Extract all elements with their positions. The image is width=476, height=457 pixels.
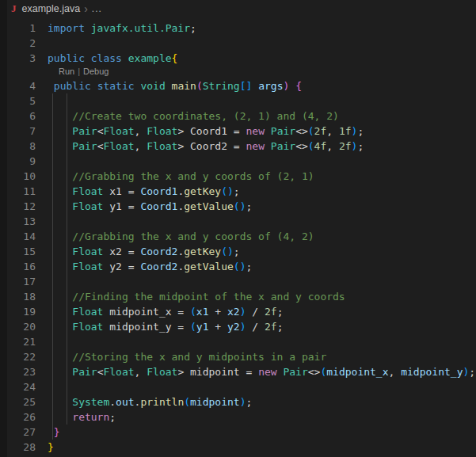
code-token: //Storing the x and y midpoints in a pai… xyxy=(72,351,326,363)
code-line-content: //Create two coordinates, (2, 1) and (4,… xyxy=(36,109,339,124)
code-token: / xyxy=(246,321,264,333)
code-token: midpoint xyxy=(190,396,240,408)
code-line[interactable]: 22 //Storing the x and y midpoints in a … xyxy=(0,349,476,364)
code-line-content: } xyxy=(36,440,54,455)
code-line-content xyxy=(36,274,48,289)
code-line[interactable]: 18 //Finding the midpoint of the x and y… xyxy=(0,289,476,304)
code-token xyxy=(265,140,271,152)
code-token: Pair xyxy=(283,366,307,378)
code-token: 2f xyxy=(314,125,327,137)
code-token: 1f xyxy=(339,125,352,137)
code-token: println xyxy=(140,396,184,408)
code-line[interactable]: 8 Pair<Float, Float> Coord2 = new Pair<>… xyxy=(0,139,476,154)
code-token: Float xyxy=(103,366,134,378)
code-token: ) xyxy=(227,185,234,197)
code-token: ( xyxy=(190,321,196,333)
breadcrumb[interactable]: J example.java › ... xyxy=(0,0,476,17)
code-line[interactable]: 4 public static void main(String[] args)… xyxy=(0,78,476,93)
code-line[interactable]: 7 Pair<Float, Float> Coord1 = new Pair<>… xyxy=(0,124,476,139)
code-line[interactable]: 13 xyxy=(0,214,476,229)
code-token: import xyxy=(48,22,85,34)
code-token xyxy=(265,125,271,137)
code-token: ; xyxy=(246,200,253,212)
code-token: Float xyxy=(72,306,103,318)
code-token: Float xyxy=(72,185,103,197)
code-token: <> xyxy=(295,140,308,152)
code-line[interactable]: 17 xyxy=(0,274,476,289)
code-token: <> xyxy=(308,366,321,378)
code-line[interactable]: 20 Float midpoint_y = (y1 + y2) / 2f; xyxy=(0,319,476,334)
code-token: 4f xyxy=(314,140,327,152)
code-token: ) xyxy=(240,261,246,272)
code-line[interactable]: 19 Float midpoint_x = (x1 + x2) / 2f; xyxy=(0,304,476,319)
code-token: ( xyxy=(308,125,314,137)
code-line[interactable]: 5 xyxy=(0,93,476,109)
code-editor[interactable]: 1import javafx.util.Pair;23public class … xyxy=(0,17,476,457)
code-line[interactable]: 9 xyxy=(0,154,476,169)
code-token: out xyxy=(116,396,134,408)
code-line[interactable]: 24 xyxy=(0,379,476,394)
code-line[interactable]: 21 xyxy=(0,334,476,349)
code-line[interactable]: 25 System.out.println(midpoint); xyxy=(0,394,476,409)
code-token: x1 xyxy=(196,306,209,318)
code-line[interactable]: 10 //Grabbing the x and y coords of (2, … xyxy=(0,169,476,184)
code-line[interactable]: 26 return; xyxy=(0,409,476,425)
code-token: { xyxy=(172,52,178,64)
code-line-content: public class example{ xyxy=(36,51,177,66)
code-token: main xyxy=(172,80,196,92)
code-line[interactable]: 1import javafx.util.Pair; xyxy=(0,21,476,36)
breadcrumb-filename[interactable]: example.java xyxy=(22,3,81,14)
code-token: ( xyxy=(221,246,227,257)
code-token: ; xyxy=(246,396,253,408)
breadcrumb-symbol-ellipsis[interactable]: ... xyxy=(92,3,102,14)
code-line[interactable]: 12 Float y1 = Coord1.getValue(); xyxy=(0,199,476,214)
code-line-content: return; xyxy=(36,409,116,425)
code-line[interactable]: 28} xyxy=(0,440,476,455)
code-line-content: Float midpoint_x = (x1 + x2) / 2f; xyxy=(36,304,283,319)
code-token: 2f xyxy=(265,321,277,333)
code-token: Pair xyxy=(271,125,295,137)
codelens-run-link[interactable]: Run xyxy=(59,67,74,76)
code-line[interactable]: 23 Pair<Float, Float> midpoint = new Pai… xyxy=(0,364,476,379)
code-line-content xyxy=(36,154,48,169)
code-line[interactable]: 14 //Grabbing the x and y coords of (4, … xyxy=(0,229,476,244)
code-token: , xyxy=(326,140,339,152)
code-line[interactable]: 27 } xyxy=(0,425,476,440)
code-token: x1 = xyxy=(103,185,140,197)
code-token: Float xyxy=(147,366,177,378)
code-line[interactable]: 15 Float x2 = Coord2.getKey(); xyxy=(0,244,476,259)
code-line[interactable]: 6 //Create two coordinates, (2, 1) and (… xyxy=(0,109,476,124)
code-token: Coord2 = xyxy=(190,140,246,152)
code-token: static xyxy=(97,80,135,92)
code-line-content xyxy=(36,93,48,109)
code-token: , xyxy=(389,366,402,378)
code-token: Float xyxy=(72,200,103,212)
code-token: ; xyxy=(246,261,253,272)
code-token: new xyxy=(246,140,265,152)
code-token: System xyxy=(72,396,109,408)
code-token: midpoint_y xyxy=(401,366,463,378)
code-token: return xyxy=(72,411,109,423)
code-token: ; xyxy=(277,306,284,318)
code-token: ) xyxy=(240,200,246,212)
chevron-right-icon: › xyxy=(84,3,88,14)
code-line[interactable]: 16 Float y2 = Coord2.getValue(); xyxy=(0,259,476,274)
code-line-content: //Grabbing the x and y coords of (4, 2) xyxy=(36,229,314,244)
code-line-content: //Grabbing the x and y coords of (2, 1) xyxy=(36,169,314,184)
code-token: Coord2 xyxy=(140,246,177,257)
code-line[interactable]: 3public class example{ xyxy=(0,51,476,66)
code-token: Pair xyxy=(72,140,97,152)
code-token: / xyxy=(246,306,264,318)
codelens-debug-link[interactable]: Debug xyxy=(83,67,109,76)
code-token: x2 = xyxy=(103,246,140,257)
code-token: getKey xyxy=(184,246,221,257)
codelens-separator: | xyxy=(74,67,83,76)
code-line[interactable]: 11 Float x1 = Coord1.getKey(); xyxy=(0,184,476,199)
code-token: , xyxy=(135,366,147,378)
code-line[interactable]: 2 xyxy=(0,36,476,51)
code-token: //Grabbing the x and y coords of (2, 1) xyxy=(72,170,314,182)
code-token: Pair xyxy=(271,140,295,152)
code-token: ; xyxy=(109,411,116,423)
code-line-content: Pair<Float, Float> Coord2 = new Pair<>(4… xyxy=(36,139,364,154)
code-token: //Grabbing the x and y coords of (4, 2) xyxy=(72,230,314,242)
